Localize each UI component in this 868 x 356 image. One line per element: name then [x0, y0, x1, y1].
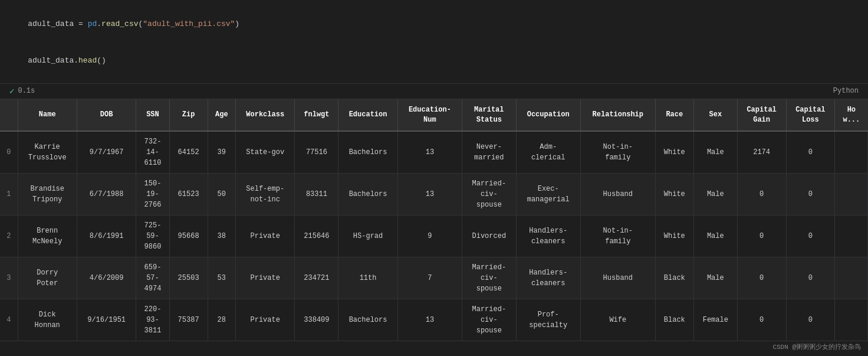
cell-ho	[835, 257, 868, 299]
cell-sex: Male	[693, 215, 737, 257]
cell-name: BrennMcNeely	[18, 215, 77, 257]
cell-fnlwgt: 215646	[295, 215, 338, 257]
code-cell: adult_data = pd.read_csv("adult_with_pii…	[0, 0, 868, 84]
data-table-container: Name DOB SSN Zip Age Workclass fnlwgt Ed…	[0, 99, 868, 342]
cell-idx: 0	[0, 131, 18, 174]
cell-ssn: 725-59-9860	[136, 215, 169, 257]
cell-occupation: Handlers-cleaners	[516, 215, 580, 257]
table-row: 3 DorryPoter 4/6/2009 659-57-4974 25503 …	[0, 257, 868, 299]
cell-occupation: Adm-clerical	[516, 131, 580, 174]
col-capital-loss: CapitalLoss	[786, 99, 835, 132]
data-table: Name DOB SSN Zip Age Workclass fnlwgt Ed…	[0, 99, 868, 342]
cell-race: Black	[655, 299, 693, 341]
cell-edu-num: 9	[397, 215, 462, 257]
col-ho: How...	[835, 99, 868, 132]
col-race: Race	[655, 99, 693, 132]
col-workclass: Workclass	[236, 99, 295, 132]
cell-workclass: State-gov	[236, 131, 295, 174]
cell-workclass: Self-emp-not-inc	[236, 174, 295, 215]
table-row: 0 KarrieTrusslove 9/7/1967 732-14-6110 6…	[0, 131, 868, 174]
cell-marital: Married-civ-spouse	[462, 174, 517, 215]
exec-bar: ✓ 0.1s Python	[0, 84, 868, 99]
cell-race: White	[655, 215, 693, 257]
col-education: Education	[338, 99, 397, 132]
col-relationship: Relationship	[580, 99, 655, 132]
cell-ssn: 150-19-2766	[136, 174, 169, 215]
code-line-1: adult_data = pd.read_csv("adult_with_pii…	[9, 6, 859, 43]
cell-cap-gain: 0	[737, 215, 786, 257]
cell-dob: 8/6/1991	[77, 215, 136, 257]
cell-fnlwgt: 77516	[295, 131, 338, 174]
cell-sex: Female	[693, 299, 737, 341]
cell-dob: 6/7/1988	[77, 174, 136, 215]
cell-idx: 4	[0, 299, 18, 341]
cell-relationship: Husband	[580, 174, 655, 215]
cell-cap-loss: 0	[786, 215, 835, 257]
col-marital-status: MaritalStatus	[462, 99, 517, 132]
col-zip: Zip	[169, 99, 208, 132]
cell-workclass: Private	[236, 299, 295, 341]
cell-ho	[835, 174, 868, 215]
check-icon: ✓	[9, 86, 14, 96]
table-row: 1 BrandiseTripony 6/7/1988 150-19-2766 6…	[0, 174, 868, 215]
cell-ho	[835, 215, 868, 257]
cell-relationship: Not-in-family	[580, 215, 655, 257]
cell-education: 11th	[338, 257, 397, 299]
cell-cap-gain: 0	[737, 174, 786, 215]
cell-workclass: Private	[236, 215, 295, 257]
col-name: Name	[18, 99, 77, 132]
cell-cap-loss: 0	[786, 257, 835, 299]
cell-idx: 1	[0, 174, 18, 215]
cell-race: White	[655, 131, 693, 174]
cell-occupation: Handlers-cleaners	[516, 257, 580, 299]
cell-education: Bachelors	[338, 299, 397, 341]
table-row: 4 DickHonnan 9/16/1951 220-93-3811 75387…	[0, 299, 868, 341]
cell-ho	[835, 131, 868, 174]
cell-age: 28	[208, 299, 235, 341]
cell-edu-num: 13	[397, 131, 462, 174]
cell-age: 50	[208, 174, 235, 215]
cell-relationship: Not-in-family	[580, 131, 655, 174]
cell-cap-loss: 0	[786, 174, 835, 215]
cell-cap-gain: 2174	[737, 131, 786, 174]
cell-dob: 4/6/2009	[77, 257, 136, 299]
cell-idx: 3	[0, 257, 18, 299]
cell-age: 39	[208, 131, 235, 174]
table-header-row: Name DOB SSN Zip Age Workclass fnlwgt Ed…	[0, 99, 868, 132]
cell-ho	[835, 299, 868, 341]
code-var: adult_data	[28, 19, 78, 28]
cell-occupation: Prof-specialty	[516, 299, 580, 341]
cell-zip: 25503	[169, 257, 208, 299]
cell-name: BrandiseTripony	[18, 174, 77, 215]
cell-fnlwgt: 338409	[295, 299, 338, 341]
cell-sex: Male	[693, 257, 737, 299]
col-ssn: SSN	[136, 99, 169, 132]
col-sex: Sex	[693, 99, 737, 132]
cell-idx: 2	[0, 215, 18, 257]
cell-cap-loss: 0	[786, 299, 835, 341]
cell-sex: Male	[693, 174, 737, 215]
cell-zip: 75387	[169, 299, 208, 341]
col-age: Age	[208, 99, 235, 132]
cell-zip: 61523	[169, 174, 208, 215]
cell-sex: Male	[693, 131, 737, 174]
cell-ssn: 220-93-3811	[136, 299, 169, 341]
cell-cap-gain: 0	[737, 299, 786, 341]
cell-education: Bachelors	[338, 131, 397, 174]
cell-race: White	[655, 174, 693, 215]
col-education-num: Education-Num	[397, 99, 462, 132]
cell-workclass: Private	[236, 257, 295, 299]
col-occupation: Occupation	[516, 99, 580, 132]
cell-marital: Married-civ-spouse	[462, 257, 517, 299]
cell-name: DorryPoter	[18, 257, 77, 299]
cell-dob: 9/16/1951	[77, 299, 136, 341]
cell-fnlwgt: 83311	[295, 174, 338, 215]
cell-cap-gain: 0	[737, 257, 786, 299]
cell-edu-num: 13	[397, 299, 462, 341]
cell-zip: 64152	[169, 131, 208, 174]
cell-ssn: 732-14-6110	[136, 131, 169, 174]
cell-marital: Never-married	[462, 131, 517, 174]
cell-cap-loss: 0	[786, 131, 835, 174]
cell-education: HS-grad	[338, 215, 397, 257]
cell-relationship: Husband	[580, 257, 655, 299]
